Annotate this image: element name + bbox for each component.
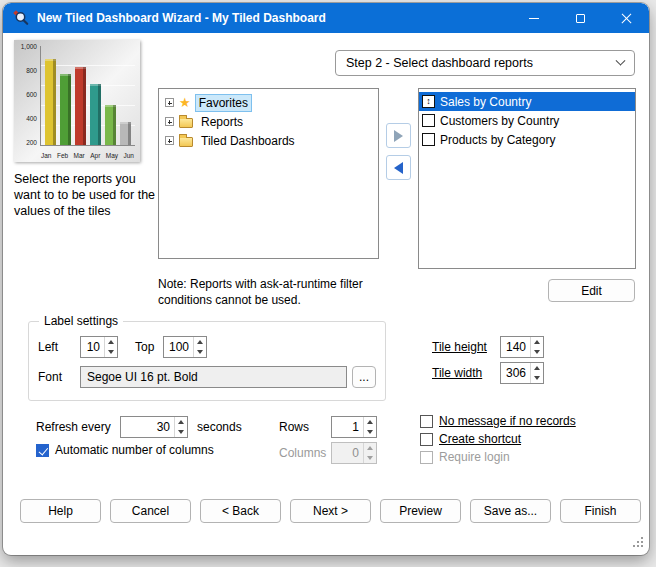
- font-field[interactable]: Segoe UI 16 pt. Bold: [80, 366, 347, 388]
- report-item-label: Sales by Country: [440, 95, 531, 109]
- minimize-icon: [529, 18, 539, 19]
- spinner-up-button[interactable]: [175, 417, 187, 427]
- save-as-button[interactable]: Save as...: [470, 499, 551, 523]
- window-controls: [511, 3, 649, 33]
- spinner-up-icon: [367, 420, 373, 424]
- spinner-arrows: [363, 443, 376, 463]
- report-item[interactable]: Sales by Country: [419, 92, 635, 111]
- spinner-up-button[interactable]: [364, 417, 376, 427]
- top-spinner[interactable]: 100: [163, 336, 207, 358]
- chart-y-label: 800: [26, 67, 37, 74]
- spinner-up-button[interactable]: [194, 337, 206, 347]
- label-settings-group: Label settings: [28, 321, 386, 401]
- cancel-button[interactable]: Cancel: [110, 499, 191, 523]
- spinner-up-button[interactable]: [105, 337, 117, 347]
- updown-icon: [422, 95, 435, 108]
- step-selector-value: Step 2 - Select dashboard reports: [346, 56, 533, 70]
- preview-button[interactable]: Preview: [380, 499, 461, 523]
- spinner-down-button[interactable]: [531, 347, 543, 357]
- selected-reports-list: Sales by Country Customers by Country Pr…: [418, 88, 636, 269]
- spinner-down-icon: [367, 430, 373, 434]
- spinner-up-button[interactable]: [531, 363, 543, 373]
- spinner-up-icon: [534, 366, 540, 370]
- dialog-content: 1,000800600400200 JanFebMarAprMayJun Sel…: [3, 33, 649, 555]
- spinner-down-icon: [367, 456, 373, 460]
- tile-height-label: Tile height: [432, 340, 487, 354]
- report-box-icon: [422, 133, 435, 146]
- spinner-down-icon: [108, 350, 114, 354]
- expand-plus-icon[interactable]: [165, 98, 174, 107]
- spinner-up-icon: [534, 340, 540, 344]
- chart-months: JanFebMarAprMayJun: [40, 152, 135, 159]
- font-browse-button[interactable]: ...: [352, 366, 376, 388]
- top-spinner-value: 100: [164, 337, 193, 357]
- tree-item-label[interactable]: Tiled Dashboards: [198, 133, 298, 149]
- refresh-spinner[interactable]: 30: [120, 416, 188, 438]
- window-icon: [13, 10, 29, 26]
- rows-spinner[interactable]: 1: [331, 416, 377, 438]
- spinner-down-button[interactable]: [105, 347, 117, 357]
- auto-columns-checkbox[interactable]: Automatic number of columns: [36, 443, 214, 457]
- resize-grip-icon[interactable]: [632, 536, 644, 551]
- tree-item-label[interactable]: Favorites: [196, 95, 251, 111]
- titlebar[interactable]: New Tiled Dashboard Wizard - My Tiled Da…: [3, 3, 649, 33]
- edit-button[interactable]: Edit: [548, 279, 635, 302]
- require-login-checkbox: Require login: [420, 450, 510, 464]
- spinner-down-button[interactable]: [531, 373, 543, 383]
- rows-value: 1: [332, 417, 363, 437]
- tile-height-spinner[interactable]: 140: [500, 336, 544, 358]
- spinner-arrows: [174, 417, 187, 437]
- tree-item-favorites[interactable]: Favorites: [159, 93, 378, 112]
- checkbox-icon[interactable]: [420, 415, 433, 428]
- tree-item-tiled-dashboards[interactable]: Tiled Dashboards: [159, 131, 378, 150]
- expand-plus-icon[interactable]: [165, 136, 174, 145]
- rows-label: Rows: [279, 420, 309, 434]
- tree-item-label[interactable]: Reports: [198, 114, 246, 130]
- tile-width-label: Tile width: [432, 366, 482, 380]
- tree-item-reports[interactable]: Reports: [159, 112, 378, 131]
- require-login-label: Require login: [439, 450, 510, 464]
- report-item[interactable]: Products by Category: [419, 130, 635, 149]
- source-tree: Favorites Reports Tiled Dashboards: [158, 88, 379, 259]
- checkbox-icon: [420, 451, 433, 464]
- spinner-down-icon: [534, 350, 540, 354]
- columns-label: Columns: [279, 446, 326, 460]
- spinner-down-button[interactable]: [194, 347, 206, 357]
- spinner-down-icon: [197, 350, 203, 354]
- spinner-up-button[interactable]: [531, 337, 543, 347]
- remove-report-button[interactable]: [386, 155, 411, 180]
- folder-icon: [179, 118, 193, 128]
- arrow-right-icon: [394, 130, 403, 142]
- report-item[interactable]: Customers by Country: [419, 111, 635, 130]
- left-label: Left: [38, 340, 58, 354]
- chart-month-label: Apr: [90, 152, 100, 159]
- close-icon: [620, 12, 633, 25]
- create-shortcut-checkbox[interactable]: Create shortcut: [420, 432, 521, 446]
- arrow-left-icon: [394, 162, 403, 174]
- font-label: Font: [38, 370, 62, 384]
- report-item-label: Customers by Country: [440, 114, 559, 128]
- spinner-arrows: [530, 363, 543, 383]
- tile-width-spinner[interactable]: 306: [500, 362, 544, 384]
- back-button[interactable]: < Back: [200, 499, 281, 523]
- finish-button[interactable]: Finish: [560, 499, 641, 523]
- window-title: New Tiled Dashboard Wizard - My Tiled Da…: [37, 11, 326, 25]
- spinner-arrows: [104, 337, 117, 357]
- check-icon[interactable]: [36, 444, 49, 457]
- spinner-down-button[interactable]: [175, 427, 187, 437]
- folder-icon: [179, 137, 193, 147]
- maximize-icon: [576, 14, 585, 23]
- no-message-checkbox[interactable]: No message if no records: [420, 414, 576, 428]
- help-button[interactable]: Help: [20, 499, 101, 523]
- minimize-button[interactable]: [511, 3, 557, 33]
- next-button[interactable]: Next >: [290, 499, 371, 523]
- maximize-button[interactable]: [557, 3, 603, 33]
- checkbox-icon[interactable]: [420, 433, 433, 446]
- step-selector[interactable]: Step 2 - Select dashboard reports: [335, 50, 635, 76]
- close-button[interactable]: [603, 3, 649, 33]
- left-spinner[interactable]: 10: [80, 336, 118, 358]
- chart-bar: [45, 59, 56, 145]
- add-report-button[interactable]: [386, 123, 411, 148]
- spinner-down-button[interactable]: [364, 427, 376, 437]
- expand-plus-icon[interactable]: [165, 117, 174, 126]
